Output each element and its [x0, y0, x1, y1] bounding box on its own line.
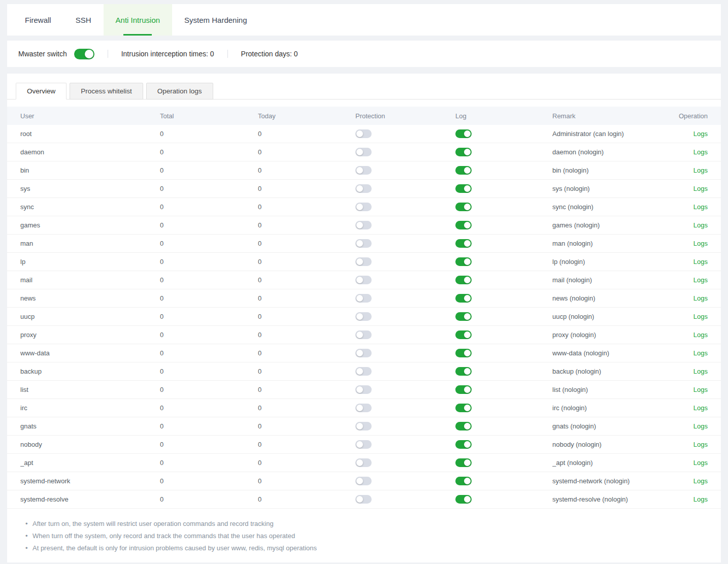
protection-toggle[interactable] [355, 148, 372, 156]
subtab-process-whitelist[interactable]: Process whitelist [70, 83, 143, 99]
protection-cell [355, 257, 455, 266]
protection-toggle[interactable] [355, 404, 372, 412]
user-name: gnats [20, 422, 160, 430]
log-toggle[interactable] [455, 330, 472, 339]
tab-firewall[interactable]: Firewall [13, 4, 63, 36]
tab-ssh[interactable]: SSH [63, 4, 104, 36]
protection-toggle[interactable] [355, 257, 372, 266]
protection-toggle[interactable] [355, 477, 372, 485]
protection-toggle[interactable] [355, 294, 372, 303]
log-toggle[interactable] [455, 239, 472, 248]
protection-toggle[interactable] [355, 440, 372, 449]
log-toggle[interactable] [455, 257, 472, 266]
table-row: _apt00_apt (nologin)Logs [7, 454, 721, 472]
logs-link[interactable]: Logs [693, 294, 708, 302]
log-toggle[interactable] [455, 276, 472, 284]
log-toggle[interactable] [455, 184, 472, 193]
logs-link[interactable]: Logs [693, 441, 708, 448]
log-toggle[interactable] [455, 312, 472, 321]
logs-link[interactable]: Logs [693, 221, 708, 229]
log-cell [455, 312, 552, 321]
log-toggle[interactable] [455, 166, 472, 175]
logs-link[interactable]: Logs [693, 203, 708, 211]
logs-link[interactable]: Logs [693, 258, 708, 266]
logs-link[interactable]: Logs [693, 422, 708, 430]
logs-link[interactable]: Logs [693, 313, 708, 320]
operation-cell: Logs [672, 422, 708, 430]
protection-toggle[interactable] [355, 385, 372, 394]
total-count: 0 [160, 167, 258, 174]
log-toggle[interactable] [455, 440, 472, 449]
protection-toggle[interactable] [355, 203, 372, 211]
table-header: User Total Today Protection Log Remark O… [7, 107, 721, 125]
log-toggle[interactable] [455, 495, 472, 504]
log-toggle[interactable] [455, 477, 472, 485]
table-row: root00Administrator (can login)Logs [7, 125, 721, 143]
log-toggle[interactable] [455, 385, 472, 394]
today-count: 0 [258, 130, 355, 138]
log-toggle[interactable] [455, 129, 472, 138]
total-count: 0 [160, 404, 258, 412]
master-switch[interactable] [74, 49, 94, 59]
protection-toggle[interactable] [355, 367, 372, 376]
subtab-overview[interactable]: Overview [16, 83, 67, 99]
operation-cell: Logs [672, 368, 708, 375]
log-toggle[interactable] [455, 404, 472, 412]
total-count: 0 [160, 313, 258, 320]
protection-toggle[interactable] [355, 129, 372, 138]
logs-link[interactable]: Logs [693, 386, 708, 393]
log-toggle[interactable] [455, 221, 472, 229]
logs-link[interactable]: Logs [693, 404, 708, 412]
log-toggle[interactable] [455, 422, 472, 430]
protection-toggle[interactable] [355, 330, 372, 339]
protection-toggle[interactable] [355, 239, 372, 248]
remark-text: systemd-resolve (nologin) [552, 495, 672, 503]
logs-link[interactable]: Logs [693, 130, 708, 138]
operation-cell: Logs [672, 167, 708, 174]
table-row: backup00backup (nologin)Logs [7, 362, 721, 381]
logs-link[interactable]: Logs [693, 459, 708, 467]
logs-link[interactable]: Logs [693, 368, 708, 375]
user-name: mail [20, 276, 160, 284]
protection-cell [355, 221, 455, 229]
protection-toggle[interactable] [355, 422, 372, 430]
note-item: When turn off the system, only record an… [25, 530, 721, 542]
subtab-label: Process whitelist [81, 87, 132, 95]
protection-toggle[interactable] [355, 221, 372, 229]
subtab-operation-logs[interactable]: Operation logs [146, 83, 213, 99]
logs-link[interactable]: Logs [693, 477, 708, 485]
logs-link[interactable]: Logs [693, 331, 708, 339]
log-toggle[interactable] [455, 294, 472, 303]
protection-toggle[interactable] [355, 349, 372, 357]
protection-toggle[interactable] [355, 458, 372, 467]
protection-toggle[interactable] [355, 312, 372, 321]
divider [108, 50, 108, 58]
logs-link[interactable]: Logs [693, 148, 708, 156]
log-toggle[interactable] [455, 148, 472, 156]
total-count: 0 [160, 185, 258, 192]
tab-label: SSH [76, 16, 91, 24]
logs-link[interactable]: Logs [693, 495, 708, 503]
log-toggle[interactable] [455, 458, 472, 467]
protection-cell [355, 276, 455, 284]
protection-toggle[interactable] [355, 184, 372, 193]
log-toggle[interactable] [455, 349, 472, 357]
logs-link[interactable]: Logs [693, 240, 708, 247]
tab-anti-intrusion[interactable]: Anti Intrusion [104, 4, 173, 36]
logs-link[interactable]: Logs [693, 349, 708, 357]
protection-cell [355, 404, 455, 412]
protection-toggle[interactable] [355, 276, 372, 284]
logs-link[interactable]: Logs [693, 276, 708, 284]
protection-toggle[interactable] [355, 495, 372, 504]
logs-link[interactable]: Logs [693, 167, 708, 174]
operation-cell: Logs [672, 441, 708, 448]
log-toggle[interactable] [455, 203, 472, 211]
table-row: nobody00nobody (nologin)Logs [7, 436, 721, 454]
logs-link[interactable]: Logs [693, 185, 708, 192]
tab-system-hardening[interactable]: System Hardening [172, 4, 259, 36]
remark-text: news (nologin) [552, 294, 672, 302]
log-toggle[interactable] [455, 367, 472, 376]
header-operation: Operation [672, 112, 708, 120]
today-count: 0 [258, 331, 355, 339]
protection-toggle[interactable] [355, 166, 372, 175]
